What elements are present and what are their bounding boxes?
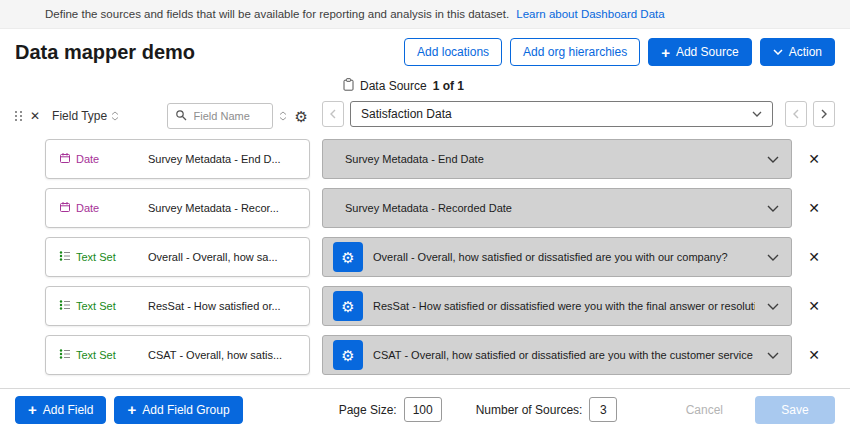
- field-name: Survey Metadata - End D...: [148, 153, 289, 165]
- field-settings-button[interactable]: ⚙: [333, 291, 363, 321]
- field-row: Text Set Overall - Overall, how sa... ⚙ …: [45, 237, 835, 277]
- mapped-field-bar[interactable]: Survey Metadata - Recorded Date: [322, 188, 792, 228]
- banner-text: Define the sources and fields that will …: [45, 8, 509, 20]
- add-source-button[interactable]: + Add Source: [648, 38, 751, 66]
- add-field-group-button[interactable]: + Add Field Group: [114, 396, 242, 424]
- footer-bar: + Add Field + Add Field Group Page Size:…: [0, 388, 850, 430]
- plus-icon: +: [661, 45, 670, 60]
- chevron-down-icon[interactable]: [765, 156, 781, 163]
- remove-mapping-button[interactable]: ✕: [803, 348, 825, 362]
- page-prev-button[interactable]: [785, 101, 807, 127]
- page-size-input[interactable]: [404, 397, 442, 422]
- field-settings-button[interactable]: ⚙: [333, 242, 363, 272]
- info-banner: Define the sources and fields that will …: [0, 0, 850, 29]
- field-type-text: Text Set: [76, 300, 116, 312]
- plus-icon: +: [28, 402, 37, 417]
- add-field-label: Add Field: [43, 403, 94, 417]
- gear-icon[interactable]: ⚙: [295, 109, 308, 124]
- source-prev-button[interactable]: [322, 101, 344, 127]
- field-row: Text Set ResSat - How satisfied or... ⚙ …: [45, 286, 835, 326]
- cancel-button[interactable]: Cancel: [680, 402, 729, 418]
- mapped-field-text: Overall - Overall, how satisfied or diss…: [373, 251, 755, 263]
- field-card[interactable]: Date Survey Metadata - End D...: [45, 139, 310, 179]
- page-size-label: Page Size:: [339, 403, 397, 417]
- mapped-field-bar[interactable]: Survey Metadata - End Date: [322, 139, 792, 179]
- field-row: Date Survey Metadata - Recor... Survey M…: [45, 188, 835, 228]
- calendar-icon: [59, 201, 71, 215]
- close-icon[interactable]: ✕: [30, 110, 40, 122]
- save-button[interactable]: Save: [755, 396, 835, 424]
- chevron-down-icon[interactable]: [765, 205, 781, 212]
- drag-handle-icon[interactable]: [15, 111, 23, 122]
- mapped-field-bar[interactable]: ⚙ CSAT - Overall, how satisfied or dissa…: [322, 335, 792, 375]
- add-field-button[interactable]: + Add Field: [15, 396, 106, 424]
- add-locations-button[interactable]: Add locations: [404, 38, 502, 66]
- add-source-label: Add Source: [676, 45, 739, 59]
- sort-icon[interactable]: [279, 111, 287, 121]
- add-field-group-label: Add Field Group: [142, 403, 229, 417]
- field-row: Text Set CSAT - Overall, how satis... ⚙ …: [45, 335, 835, 375]
- mapped-field-bar[interactable]: ⚙ Overall - Overall, how satisfied or di…: [322, 237, 792, 277]
- field-type: Text Set: [46, 250, 148, 264]
- number-of-sources-input[interactable]: [589, 397, 617, 422]
- calendar-icon: [59, 152, 71, 166]
- text-set-icon: [59, 250, 71, 264]
- field-type-label: Field Type: [52, 109, 107, 123]
- field-card[interactable]: Text Set Overall - Overall, how sa...: [45, 237, 310, 277]
- gear-icon: ⚙: [341, 250, 354, 265]
- remove-mapping-button[interactable]: ✕: [803, 201, 825, 215]
- field-card[interactable]: Text Set CSAT - Overall, how satis...: [45, 335, 310, 375]
- dashboard-data-link[interactable]: Learn about Dashboard Data: [516, 8, 664, 20]
- field-type-text: Text Set: [76, 349, 116, 361]
- field-settings-button[interactable]: ⚙: [333, 340, 363, 370]
- text-set-icon: [59, 299, 71, 313]
- chevron-down-icon[interactable]: [765, 352, 781, 359]
- field-type: Text Set: [46, 299, 148, 313]
- field-card[interactable]: Text Set ResSat - How satisfied or...: [45, 286, 310, 326]
- add-org-hierarchies-label: Add org hierarchies: [523, 45, 627, 59]
- title-bar: Data mapper demo Add locations Add org h…: [0, 29, 850, 78]
- source-pagination: [785, 101, 835, 127]
- mapped-field-text: Survey Metadata - End Date: [345, 153, 755, 165]
- page-size-group: Page Size:: [339, 397, 442, 422]
- page-title: Data mapper demo: [15, 41, 195, 64]
- field-row: Date Survey Metadata - End D... Survey M…: [45, 139, 835, 179]
- field-type-text: Date: [76, 153, 99, 165]
- gear-icon: ⚙: [341, 299, 354, 314]
- title-actions: Add locations Add org hierarchies + Add …: [404, 38, 835, 66]
- data-source-indicator: Data Source 1 of 1: [343, 78, 835, 94]
- data-source-select[interactable]: Satisfaction Data: [350, 101, 773, 127]
- remove-mapping-button[interactable]: ✕: [803, 250, 825, 264]
- data-source-count: 1 of 1: [433, 79, 464, 93]
- clipboard-icon: [343, 78, 354, 94]
- field-type-text: Text Set: [76, 251, 116, 263]
- field-name: ResSat - How satisfied or...: [148, 300, 289, 312]
- text-set-icon: [59, 348, 71, 362]
- sort-icon[interactable]: [111, 111, 119, 121]
- remove-mapping-button[interactable]: ✕: [803, 299, 825, 313]
- field-name: CSAT - Overall, how satis...: [148, 349, 290, 361]
- add-org-hierarchies-button[interactable]: Add org hierarchies: [510, 38, 640, 66]
- field-type: Text Set: [46, 348, 148, 362]
- field-name-search: [167, 103, 273, 129]
- field-name: Overall - Overall, how sa...: [148, 251, 286, 263]
- page-next-button[interactable]: [813, 101, 835, 127]
- chevron-down-icon[interactable]: [765, 254, 781, 261]
- field-type-text: Date: [76, 202, 99, 214]
- mapper-panel: Data Source 1 of 1 ✕ Field Type: [0, 78, 850, 375]
- data-source-select-value: Satisfaction Data: [361, 107, 452, 121]
- data-source-label: Data Source: [360, 79, 427, 93]
- field-card[interactable]: Date Survey Metadata - Recor...: [45, 188, 310, 228]
- mapper-toolbar: ✕ Field Type ⚙: [15, 101, 835, 129]
- number-of-sources-label: Number of Sources:: [476, 403, 583, 417]
- field-name-search-input[interactable]: [192, 109, 265, 123]
- action-button[interactable]: Action: [760, 38, 835, 66]
- chevron-down-icon[interactable]: [765, 303, 781, 310]
- remove-mapping-button[interactable]: ✕: [803, 152, 825, 166]
- mapped-field-bar[interactable]: ⚙ ResSat - How satisfied or dissatisfied…: [322, 286, 792, 326]
- plus-icon: +: [127, 402, 136, 417]
- mapped-field-text: ResSat - How satisfied or dissatisfied w…: [373, 300, 755, 312]
- search-icon: [175, 107, 187, 125]
- action-label: Action: [789, 45, 822, 59]
- source-toolbar: Satisfaction Data: [322, 101, 835, 127]
